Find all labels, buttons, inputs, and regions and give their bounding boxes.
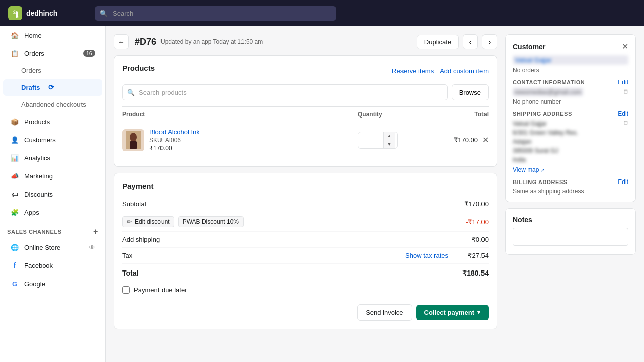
topbar-search-input[interactable] [95,6,336,21]
customer-close-button[interactable]: ✕ [622,42,628,51]
sidebar-item-google[interactable]: G Google [3,275,102,292]
copy-email-icon[interactable]: ⧉ [624,88,628,96]
discount-pencil-icon: ✏ [127,218,132,225]
products-card-actions: Reserve items Add custom item [392,67,489,75]
sidebar-item-abandoned[interactable]: Abandoned checkouts [3,97,102,112]
products-icon: 📦 [10,117,19,126]
edit-discount-button[interactable]: ✏ Edit discount [122,216,174,227]
shipping-country: India [513,155,578,164]
remove-product-button[interactable]: ✕ [482,135,489,145]
add-shipping-link[interactable]: Add shipping [122,236,283,243]
apps-icon: 🧩 [10,208,19,217]
products-title: Products [122,64,155,72]
product-info: Blood Alcohol Ink SKU: AI006 ₹170.00 [122,128,358,152]
billing-same-text: Same as shipping address [513,188,628,195]
add-sales-channel-icon[interactable]: + [93,227,98,236]
add-custom-item-link[interactable]: Add custom item [440,67,489,75]
sidebar-item-drafts[interactable]: Drafts ⟳ [3,79,102,96]
product-name-link[interactable]: Blood Alcohol Ink [149,128,200,136]
online-store-eye-icon: 👁 [89,244,95,251]
payment-card: Payment Subtotal ₹170.00 ✏ Edit discount [114,173,497,329]
payment-due-label[interactable]: Payment due later [134,286,187,294]
page-title: #D76 [135,37,156,47]
back-button[interactable]: ← [114,34,129,49]
store-logo[interactable]: dedhinch [8,6,89,20]
analytics-icon: 📊 [10,153,19,162]
sidebar-item-customers[interactable]: 👤 Customers [3,131,102,148]
notes-title: Notes [513,216,532,224]
discount-label-area: ✏ Edit discount PWAB Discount 10% [122,216,448,227]
show-tax-rates-link[interactable]: Show tax rates [405,252,448,259]
collect-payment-button[interactable]: Collect payment ▾ [416,305,489,320]
qty-arrows: ▲ ▼ [383,132,395,148]
view-map-link[interactable]: View map ↗ [513,166,628,173]
tax-row: Tax Show tax rates ₹27.54 [122,248,489,264]
shipping-edit-link[interactable]: Edit [618,110,628,117]
notes-card-header: Notes [513,216,628,224]
reserve-items-link[interactable]: Reserve items [392,67,434,75]
sidebar-item-discounts[interactable]: 🏷 Discounts [3,186,102,203]
discount-value: -₹17.00 [448,218,489,226]
customers-icon: 👤 [10,135,19,144]
sidebar-item-facebook[interactable]: f Facebook [3,257,102,274]
sidebar: 🏠 Home 📋 Orders 16 Orders Drafts ⟳ Aband… [0,26,106,362]
sidebar-item-apps[interactable]: 🧩 Apps [3,204,102,221]
shipping-label: SHIPPING ADDRESS [513,111,572,117]
browse-button[interactable]: Browse [452,84,489,100]
topbar-search[interactable]: 🔍 [95,6,336,21]
payment-due-checkbox[interactable] [122,286,130,294]
notes-input[interactable] [513,228,628,246]
sidebar-item-marketing[interactable]: 📣 Marketing [3,167,102,185]
send-invoice-button[interactable]: Send invoice [357,304,412,321]
store-name: dedhinch [26,9,57,17]
orders-badge: 16 [83,50,95,57]
chevron-left-icon: ‹ [469,38,471,46]
notes-card: Notes [505,208,636,255]
card-footer: Send invoice Collect payment ▾ [122,298,489,321]
google-icon: G [10,279,19,288]
subtotal-label: Subtotal [122,200,448,208]
discount-row: ✏ Edit discount PWAB Discount 10% -₹17.0… [122,212,489,232]
topbar: dedhinch 🔍 [0,0,644,26]
customer-name[interactable]: Vatsal Gajjar [513,55,628,65]
shipping-section-header: SHIPPING ADDRESS Edit [513,110,628,117]
sidebar-item-home[interactable]: 🏠 Home [3,27,102,44]
qty-down-button[interactable]: ▼ [384,140,395,148]
qty-up-button[interactable]: ▲ [384,132,395,140]
product-details: Blood Alcohol Ink SKU: AI006 ₹170.00 [149,128,200,152]
product-qty-col: 1 ▲ ▼ [358,132,428,149]
search-products-input[interactable] [122,84,448,100]
table-row: Blood Alcohol Ink SKU: AI006 ₹170.00 1 ▲… [122,122,489,158]
payment-rows: Subtotal ₹170.00 ✏ Edit discount PWAB Di… [122,196,489,264]
product-table: Product Quantity Total [122,106,489,158]
shipping-address1: 6/301 Green Valley Res. [513,128,578,137]
billing-edit-link[interactable]: Edit [618,178,628,186]
page-title-area: #D76 Updated by an app Today at 11:50 am [135,37,411,47]
col-total: Total [428,111,489,118]
sidebar-item-analytics[interactable]: 📊 Analytics [3,149,102,166]
total-label: Total [122,269,462,277]
shipping-address3: 395009 Surat GJ [513,146,578,155]
prev-order-button[interactable]: ‹ [463,34,478,49]
sidebar-item-online-store[interactable]: 🌐 Online Store 👁 [3,239,102,256]
layout: 🏠 Home 📋 Orders 16 Orders Drafts ⟳ Aband… [0,26,644,362]
copy-address-icon[interactable]: ⧉ [624,119,628,127]
contact-edit-link[interactable]: Edit [618,79,628,86]
svg-rect-2 [130,141,137,149]
sidebar-item-orders[interactable]: 📋 Orders 16 [3,45,102,62]
shipping-address: Vatsal Gajjar 6/301 Green Valley Res. Ad… [513,119,578,164]
duplicate-button[interactable]: Duplicate [417,35,459,49]
product-total: ₹170.00 [454,136,478,144]
customer-panel: Customer ✕ Vatsal Gajjar No orders CONTA… [505,34,636,354]
back-icon: ← [118,38,124,46]
shipping-name: Vatsal Gajjar [513,119,578,128]
sidebar-item-products[interactable]: 📦 Products [3,113,102,130]
products-card-header: Products Reserve items Add custom item [122,64,489,78]
contact-email: newsmedias@gmail.com [513,88,583,96]
payment-due-row: Payment due later [122,282,489,298]
next-order-button[interactable]: › [482,34,497,49]
sidebar-item-orders-sub[interactable]: Orders [3,63,102,78]
quantity-control[interactable]: 1 ▲ ▼ [358,132,398,149]
quantity-input[interactable]: 1 [358,134,383,146]
tax-value: ₹27.54 [448,252,489,259]
